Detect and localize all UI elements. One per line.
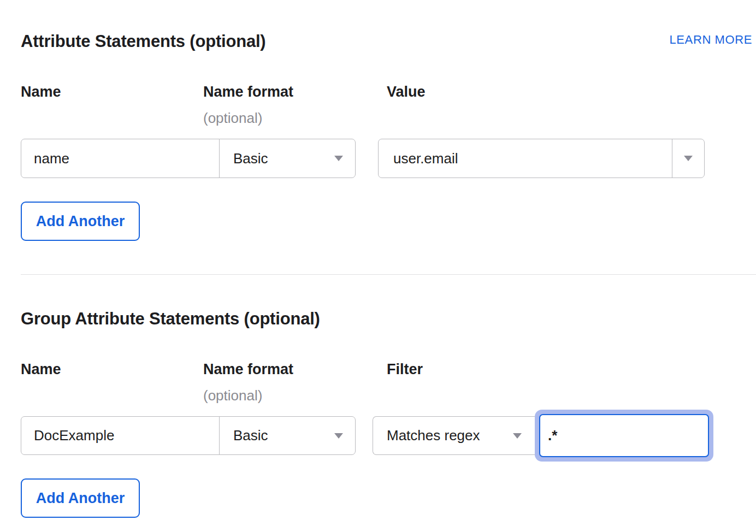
group-add-another-button[interactable]: Add Another xyxy=(21,478,140,518)
chevron-down-icon xyxy=(513,433,522,439)
group-filter-type-selected-value: Matches regex xyxy=(387,427,480,444)
attr-statement-row: Basic xyxy=(21,139,356,178)
attr-value-input[interactable] xyxy=(379,139,672,178)
chevron-down-icon xyxy=(684,156,693,161)
attr-name-format-optional-note: (optional) xyxy=(203,110,262,127)
attr-name-column-label: Name xyxy=(21,84,61,101)
attr-value-combobox xyxy=(378,139,705,178)
group-statement-row: Basic xyxy=(21,416,356,455)
attr-value-column-label: Value xyxy=(387,84,426,101)
group-name-format-select[interactable]: Basic xyxy=(219,416,356,455)
chevron-down-icon xyxy=(334,156,343,161)
learn-more-link[interactable]: LEARN MORE xyxy=(670,33,752,47)
attr-name-format-select[interactable]: Basic xyxy=(219,139,356,178)
section-divider xyxy=(21,274,756,275)
group-filter-type-select[interactable]: Matches regex xyxy=(373,416,535,455)
group-attribute-statements-title: Group Attribute Statements (optional) xyxy=(21,309,320,329)
attr-add-another-button[interactable]: Add Another xyxy=(21,202,140,241)
group-filter-value-input[interactable] xyxy=(539,414,709,457)
group-name-format-selected-value: Basic xyxy=(233,427,268,444)
group-name-format-column-label: Name format xyxy=(203,361,293,378)
attribute-statements-title: Attribute Statements (optional) xyxy=(21,32,265,51)
group-filter-column-label: Filter xyxy=(387,361,423,378)
group-name-format-optional-note: (optional) xyxy=(203,387,262,404)
group-name-input[interactable] xyxy=(21,416,220,455)
filter-input-focus-ring xyxy=(535,410,713,462)
attr-name-format-selected-value: Basic xyxy=(233,150,268,167)
attr-value-dropdown-button[interactable] xyxy=(672,139,704,178)
chevron-down-icon xyxy=(334,433,343,439)
group-name-column-label: Name xyxy=(21,361,61,378)
attr-name-input[interactable] xyxy=(21,139,220,178)
attr-name-format-column-label: Name format xyxy=(203,84,293,101)
saml-attribute-settings-panel: Attribute Statements (optional) LEARN MO… xyxy=(0,0,756,532)
